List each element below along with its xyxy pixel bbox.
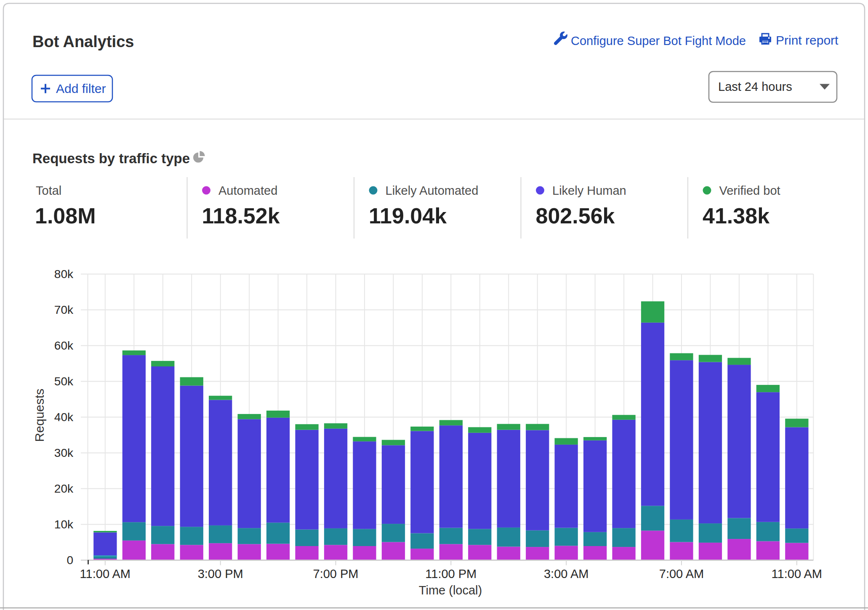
svg-text:Add filter: Add filter: [56, 82, 106, 95]
svg-text:Total: Total: [36, 184, 61, 197]
svg-text:802.56k: 802.56k: [536, 204, 615, 228]
svg-text:7:00 PM: 7:00 PM: [313, 567, 359, 581]
svg-text:Configure Super Bot Fight Mode: Configure Super Bot Fight Mode: [571, 34, 746, 48]
svg-text:80k: 80k: [54, 268, 74, 281]
svg-text:40k: 40k: [54, 411, 74, 424]
svg-text:Likely Human: Likely Human: [552, 184, 626, 197]
svg-text:7:00 AM: 7:00 AM: [659, 567, 704, 581]
svg-text:11:00 PM: 11:00 PM: [425, 567, 477, 581]
svg-text:Requests: Requests: [32, 389, 46, 442]
svg-text:Automated: Automated: [218, 184, 277, 197]
svg-text:Verified bot: Verified bot: [719, 184, 780, 197]
svg-text:50k: 50k: [54, 375, 74, 388]
svg-text:60k: 60k: [54, 339, 74, 352]
svg-text:20k: 20k: [54, 482, 74, 495]
svg-text:3:00 PM: 3:00 PM: [198, 567, 243, 581]
svg-text:3:00 AM: 3:00 AM: [544, 567, 588, 581]
svg-text:119.04k: 119.04k: [369, 204, 447, 228]
svg-text:11:00 AM: 11:00 AM: [80, 567, 130, 581]
svg-text:30k: 30k: [54, 446, 74, 459]
svg-text:0: 0: [67, 554, 73, 567]
svg-text:Time (local): Time (local): [419, 583, 482, 597]
svg-text:11:00 AM: 11:00 AM: [772, 567, 822, 581]
svg-text:41.38k: 41.38k: [703, 204, 769, 228]
svg-text:1.08M: 1.08M: [35, 204, 96, 228]
svg-text:Print report: Print report: [776, 33, 839, 47]
svg-text:Bot Analytics: Bot Analytics: [32, 33, 134, 50]
svg-text:118.52k: 118.52k: [202, 204, 280, 228]
svg-text:Likely Automated: Likely Automated: [386, 184, 479, 197]
svg-text:Last 24 hours: Last 24 hours: [718, 80, 792, 93]
svg-text:70k: 70k: [54, 303, 74, 316]
svg-text:10k: 10k: [54, 518, 74, 531]
svg-text:Requests by traffic type: Requests by traffic type: [32, 151, 190, 166]
